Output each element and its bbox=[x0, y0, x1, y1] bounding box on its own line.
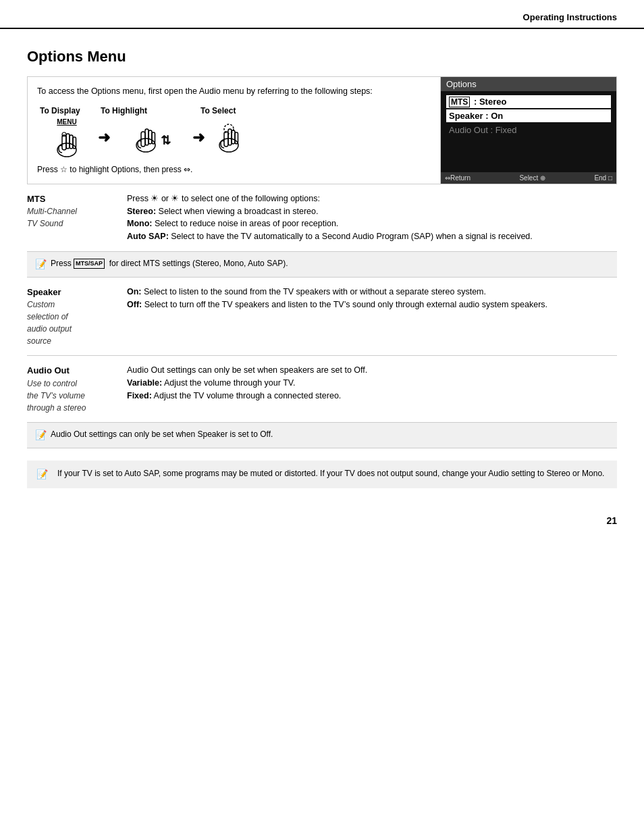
mts-mono-term: Mono: bbox=[127, 219, 152, 228]
mts-intro: Press ☀ or ☀ to select one of the follow… bbox=[127, 194, 320, 203]
arrow-1-icon: ➜ bbox=[98, 129, 110, 147]
nav-row-container: To Display To Highlight To Select MENU bbox=[37, 106, 431, 158]
menu-label: MENU bbox=[57, 118, 76, 126]
tv-select: Select ⊕ bbox=[519, 174, 545, 182]
note-pencil-icon-2: 📝 bbox=[35, 428, 47, 442]
tv-speaker-label: Speaker : On bbox=[449, 111, 503, 121]
audioout-fixed-desc: Adjust the TV volume through a connected… bbox=[152, 391, 342, 400]
tv-menu-items: MTS : Stereo Speaker : On Audio Out : Fi… bbox=[441, 91, 616, 172]
speaker-on-desc: Select to listen to the sound from the T… bbox=[142, 287, 486, 296]
audioout-label-cell: Audio Out Use to controlthe TV’s volumet… bbox=[27, 356, 122, 423]
bottom-note-text: If your TV is set to Auto SAP, some prog… bbox=[57, 467, 608, 479]
mts-label-sub: Multi-ChannelTV Sound bbox=[27, 205, 112, 230]
speaker-label-sub: Customselection ofaudio outputsource bbox=[27, 298, 112, 347]
tv-screen-panel: Options MTS : Stereo Speaker : On Audio … bbox=[441, 77, 616, 184]
audioout-fixed-term: Fixed: bbox=[127, 391, 152, 400]
mts-autosap-term: Auto SAP: bbox=[127, 232, 169, 241]
mts-note-cell: 📝 Press MTS/SAP for direct MTS settings … bbox=[27, 251, 617, 277]
mts-stereo-desc: Select when viewing a broadcast in stere… bbox=[156, 207, 318, 216]
nav-labels-row: To Display To Highlight To Select bbox=[37, 106, 431, 115]
header-title: Operating Instructions bbox=[523, 12, 617, 22]
speaker-off-desc: Select to turn off the TV speakers and l… bbox=[142, 300, 547, 309]
bottom-note-icon: 📝 bbox=[36, 467, 48, 481]
speaker-label-main: Speaker bbox=[27, 286, 112, 299]
nav-highlight-label: To Highlight bbox=[101, 106, 200, 115]
content-table: MTS Multi-ChannelTV Sound Press ☀ or ☀ t… bbox=[27, 184, 617, 448]
speaker-off-term: Off: bbox=[127, 300, 142, 309]
mts-mono-desc: Select to reduce noise in areas of poor … bbox=[152, 219, 338, 228]
svg-rect-4 bbox=[73, 137, 76, 149]
audioout-variable-term: Variable: bbox=[127, 378, 162, 388]
audioout-content-cell: Audio Out settings can only be set when … bbox=[122, 356, 617, 423]
note-pencil-icon: 📝 bbox=[35, 257, 47, 271]
page-title: Options Menu bbox=[27, 48, 617, 66]
speaker-row: Speaker Customselection ofaudio outputso… bbox=[27, 277, 617, 356]
audioout-row: Audio Out Use to controlthe TV’s volumet… bbox=[27, 356, 617, 423]
tv-item-mts: MTS : Stereo bbox=[446, 95, 611, 108]
nav-select-label: To Select bbox=[200, 106, 254, 115]
intro-box: To access the Options menu, first open t… bbox=[27, 76, 617, 184]
highlight-icon-group: ⇅ bbox=[114, 122, 188, 153]
svg-rect-15 bbox=[235, 132, 238, 144]
hand-display-icon bbox=[53, 127, 80, 158]
speaker-label-cell: Speaker Customselection ofaudio outputso… bbox=[27, 277, 122, 356]
tv-item-speaker: Speaker : On bbox=[446, 109, 611, 122]
select-icon-group bbox=[209, 122, 249, 153]
mts-sap-badge: MTS/SAP bbox=[74, 259, 105, 269]
arrow-2-icon: ➜ bbox=[192, 129, 205, 147]
page-header: Operating Instructions bbox=[0, 0, 644, 29]
tv-mts-value: Stereo bbox=[479, 97, 506, 107]
tv-item-audioout: Audio Out : Fixed bbox=[446, 124, 611, 136]
intro-text: To access the Options menu, first open t… bbox=[37, 85, 431, 98]
hand-highlight-icon bbox=[132, 122, 159, 153]
audioout-intro: Audio Out settings can only be set when … bbox=[127, 365, 367, 375]
tv-audioout-label: Audio Out : Fixed bbox=[449, 125, 516, 135]
tv-screen: Options MTS : Stereo Speaker : On Audio … bbox=[441, 77, 616, 184]
mts-label-main: MTS bbox=[27, 192, 112, 206]
mts-note-row: 📝 Press MTS/SAP for direct MTS settings … bbox=[27, 251, 617, 277]
audioout-note-content: 📝 Audio Out settings can only be set whe… bbox=[35, 428, 609, 442]
tv-bracket-mts: MTS bbox=[449, 97, 470, 107]
updown-arrows-icon: ⇅ bbox=[161, 133, 171, 148]
svg-point-5 bbox=[62, 132, 66, 136]
mts-note-content: 📝 Press MTS/SAP for direct MTS settings … bbox=[35, 257, 609, 271]
tv-end: End □ bbox=[594, 174, 612, 182]
tv-title-bar: Options bbox=[441, 77, 616, 91]
display-icon-group: MENU bbox=[40, 118, 94, 158]
audioout-label-main: Audio Out bbox=[27, 364, 112, 377]
icons-row: MENU bbox=[37, 118, 431, 158]
mts-autosap-desc: Select to have the TV automatically to a… bbox=[169, 232, 533, 241]
page-content: Options Menu To access the Options menu,… bbox=[0, 29, 644, 553]
speaker-on-term: On: bbox=[127, 287, 142, 296]
tv-return: ⇔Return bbox=[445, 174, 471, 182]
hand-select-icon bbox=[215, 122, 242, 153]
bottom-note: 📝 If your TV is set to Auto SAP, some pr… bbox=[27, 461, 617, 488]
audioout-label-sub: Use to controlthe TV’s volumethrough a s… bbox=[27, 377, 112, 414]
mts-stereo-term: Stereo: bbox=[127, 207, 156, 216]
svg-rect-10 bbox=[152, 132, 155, 144]
intro-left: To access the Options menu, first open t… bbox=[28, 77, 441, 184]
mts-note-text: Press MTS/SAP for direct MTS settings (S… bbox=[51, 257, 609, 269]
audioout-note-row: 📝 Audio Out settings can only be set whe… bbox=[27, 422, 617, 448]
audioout-note-text: Audio Out settings can only be set when … bbox=[51, 428, 609, 440]
tv-mts-sep: : bbox=[471, 97, 479, 107]
audioout-variable-desc: Adjust the volume through your TV. bbox=[162, 378, 295, 388]
speaker-content-cell: On: Select to listen to the sound from t… bbox=[122, 277, 617, 356]
mts-label-cell: MTS Multi-ChannelTV Sound bbox=[27, 184, 122, 252]
audioout-note-cell: 📝 Audio Out settings can only be set whe… bbox=[27, 422, 617, 448]
tv-footer: ⇔Return Select ⊕ End □ bbox=[441, 172, 616, 184]
page-number: 21 bbox=[27, 515, 617, 526]
svg-rect-1 bbox=[62, 135, 66, 150]
mts-row: MTS Multi-ChannelTV Sound Press ☀ or ☀ t… bbox=[27, 184, 617, 252]
mts-content-cell: Press ☀ or ☀ to select one of the follow… bbox=[122, 184, 617, 252]
nav-display-label: To Display bbox=[40, 106, 101, 115]
press-line: Press ☆ to highlight Options, then press… bbox=[37, 163, 431, 176]
